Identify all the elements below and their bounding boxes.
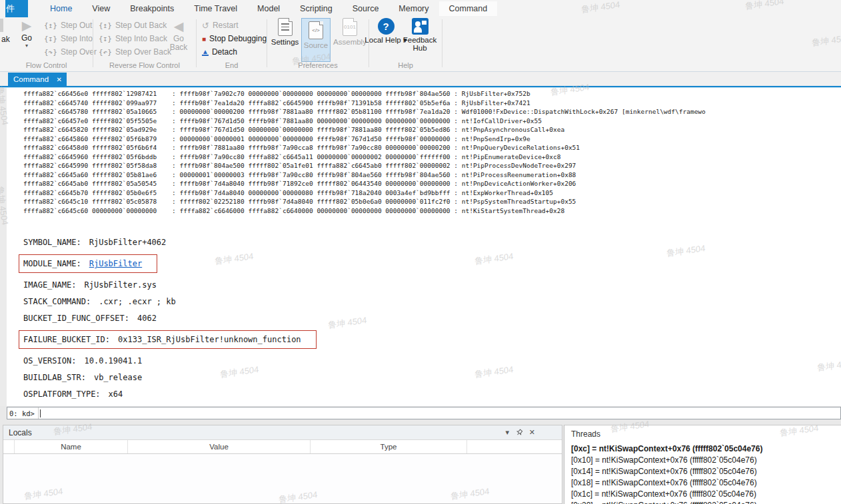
locals-expander-column <box>3 440 15 453</box>
locals-column-value[interactable]: Value <box>128 440 311 453</box>
assembly-label: Assembly <box>333 38 367 46</box>
command-input[interactable] <box>41 407 840 419</box>
thread-row[interactable]: [0x18] = nt!KiSwapContext+0x76 (fffff802… <box>564 477 841 489</box>
tab-scripting[interactable]: Scripting <box>290 1 343 16</box>
stack-line: ffffa882`c66457e0 fffff802`05f5505e : ff… <box>23 117 841 126</box>
assembly-button[interactable]: 0101 Assembly <box>333 18 367 61</box>
step-out-back-button[interactable]: {↥} Step Out Back <box>99 19 167 32</box>
stack-line: ffffa882`c6645960 fffff802`05f6bddb : ff… <box>23 152 841 162</box>
locals-column-type[interactable]: Type <box>311 440 467 453</box>
stop-debugging-button[interactable]: ■ Stop Debugging <box>202 32 267 45</box>
step-into-button[interactable]: {↧} Step Into <box>44 32 93 45</box>
info-module-name: MODULE_NAME:RjUsbFilter <box>23 254 841 273</box>
ribbon: 件 Home View Breakpoints Time Travel Mode… <box>0 0 841 72</box>
info-image-name: IMAGE_NAME:RjUsbFilter.sys <box>23 280 841 290</box>
stop-debugging-label: Stop Debugging <box>209 34 267 43</box>
locals-column-header: Name Value Type <box>3 440 562 454</box>
tab-time-travel[interactable]: Time Travel <box>184 1 247 16</box>
command-output: ffffa882`c66456e0 fffff802`12987421 : ff… <box>7 88 841 406</box>
locals-close-icon[interactable]: ✕ <box>529 428 535 437</box>
source-icon: </> <box>309 21 323 39</box>
break-button-label[interactable]: ak <box>1 35 10 44</box>
locals-header: Locals ▾ ✕ <box>3 425 562 440</box>
group-divider <box>93 19 93 67</box>
step-into-back-button[interactable]: {↧} Step Into Back <box>99 32 167 45</box>
stack-line: ffffa882`c66458d0 fffff802`05f6b6f4 : ff… <box>23 143 841 152</box>
stack-line: ffffa882`c6645c10 fffff802`05c05878 : ff… <box>23 197 841 206</box>
module-name-annotation-box: MODULE_NAME:RjUsbFilter <box>19 254 157 273</box>
settings-button[interactable]: Settings <box>269 18 301 61</box>
step-into-back-icon: {↧} <box>99 35 112 43</box>
command-prompt-row: 0: kd> <box>7 407 841 419</box>
tab-home[interactable]: Home <box>40 1 82 16</box>
source-button-selected[interactable]: </> Source <box>301 18 331 62</box>
feedback-hub-label: FeedbackHub <box>403 36 437 52</box>
go-back-icon: ◀ <box>174 19 184 35</box>
go-button[interactable]: ▶ Go ▾ <box>16 19 37 60</box>
help-question-icon: ? <box>378 18 395 35</box>
stop-icon: ■ <box>202 35 206 43</box>
thread-row[interactable]: [0x14] = nt!KiSwapContext+0x76 (fffff802… <box>564 466 841 477</box>
group-label-help: Help <box>369 61 442 69</box>
command-tab-label: Command <box>13 75 57 83</box>
group-label-preferences: Preferences <box>267 61 369 69</box>
step-over-back-icon: {↶} <box>99 48 112 57</box>
tab-model[interactable]: Model <box>247 1 290 16</box>
locals-title: Locals <box>9 428 32 437</box>
detach-eject-icon: ▲ <box>202 49 209 56</box>
group-divider <box>267 19 267 67</box>
local-help-button[interactable]: ? Local Help ▾ <box>371 18 401 61</box>
go-dropdown-caret-icon[interactable]: ▾ <box>25 43 28 49</box>
step-over-icon: {↷} <box>44 48 57 57</box>
locals-dropdown-caret-icon[interactable]: ▾ <box>505 428 509 437</box>
feedback-hub-icon <box>412 18 428 35</box>
thread-row[interactable]: [0x10] = nt!KiSwapContext+0x76 (fffff802… <box>564 455 841 466</box>
tab-view[interactable]: View <box>82 1 120 16</box>
left-gutter <box>0 88 7 406</box>
tab-command[interactable]: Command <box>439 1 498 16</box>
step-out-label: Step Out <box>61 21 92 30</box>
locals-pin-icon[interactable] <box>516 429 523 437</box>
locals-column-spare <box>467 440 562 453</box>
thread-row[interactable]: [0x1c] = nt!KiSwapContext+0x76 (fffff802… <box>564 489 841 500</box>
info-stack-command: STACK_COMMAND:.cxr; .ecxr ; kb <box>23 297 841 306</box>
step-out-button[interactable]: {↥} Step Out <box>44 19 92 32</box>
group-label-end: End <box>197 61 267 69</box>
locals-body-empty <box>3 454 562 503</box>
module-name-link[interactable]: RjUsbFilter <box>89 259 142 268</box>
restart-button[interactable]: ↺ Restart <box>202 19 239 32</box>
detach-label: Detach <box>212 47 237 57</box>
stack-line: ffffa882`c6645ab0 fffff802`05a50545 : ff… <box>23 179 841 188</box>
tab-source[interactable]: Source <box>343 1 389 16</box>
command-tab-close-icon[interactable]: ✕ <box>57 76 62 83</box>
tab-memory[interactable]: Memory <box>389 1 438 16</box>
stack-line: ffffa882`c6645740 fffff802`099aa977 : ff… <box>23 99 841 108</box>
threads-list: [0xc] = nt!KiSwapContext+0x76 (fffff802`… <box>564 443 841 504</box>
command-window-tab[interactable]: Command ✕ <box>8 73 67 86</box>
info-symbol-name: SYMBOL_NAME:RjUsbFilter+4062 <box>23 238 841 247</box>
stack-line: ffffa882`c6645b70 fffff802`05b0e6f5 : ff… <box>23 188 841 198</box>
detach-button[interactable]: ▲ Detach <box>202 45 237 59</box>
step-out-back-icon: {↥} <box>99 21 112 30</box>
threads-title: Threads <box>571 429 841 439</box>
locals-column-name[interactable]: Name <box>15 440 128 453</box>
settings-label: Settings <box>271 38 299 46</box>
thread-row[interactable]: [0x20] = nt!KiSwapContext+0x76 (fffff802… <box>564 500 841 504</box>
break-button-partial[interactable] <box>0 19 3 32</box>
step-over-button[interactable]: {↷} Step Over <box>44 45 97 59</box>
stack-trace: ffffa882`c66456e0 fffff802`12987421 : ff… <box>23 89 841 215</box>
feedback-hub-button[interactable]: FeedbackHub <box>401 18 438 61</box>
step-over-back-button[interactable]: {↶} Step Over Back <box>99 45 171 59</box>
tab-file[interactable]: 件 <box>5 0 28 17</box>
failure-bucket-annotation-box: FAILURE_BUCKET_ID:0x133_ISR_RjUsbFilter!… <box>19 330 317 349</box>
bug-analysis-info: SYMBOL_NAME:RjUsbFilter+4062 MODULE_NAME… <box>23 238 841 399</box>
step-over-back-label: Step Over Back <box>115 47 171 57</box>
kd-prompt-label: 0: kd> <box>7 407 39 419</box>
info-bucket-id-func-offset: BUCKET_ID_FUNC_OFFSET:4062 <box>23 314 841 323</box>
restart-icon: ↺ <box>202 21 209 31</box>
windbg-window: 件 Home View Breakpoints Time Travel Mode… <box>0 0 841 504</box>
stack-line: ffffa882`c6645820 fffff802`05ad929e : ff… <box>23 125 841 134</box>
tab-breakpoints[interactable]: Breakpoints <box>120 1 184 16</box>
go-back-button[interactable]: ◀ Go Back <box>164 19 193 60</box>
thread-row-selected[interactable]: [0xc] = nt!KiSwapContext+0x76 (fffff802`… <box>564 443 841 455</box>
